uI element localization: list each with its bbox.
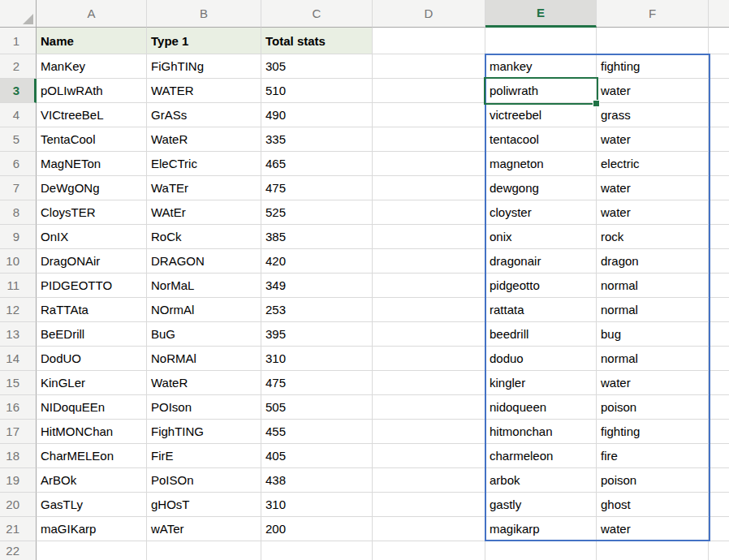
cell-F17[interactable]: fighting [597, 420, 709, 444]
row-header-7[interactable]: 7 [0, 176, 37, 200]
cell-D11[interactable] [373, 274, 485, 298]
cell-C19[interactable]: 438 [261, 468, 373, 493]
cell-B15[interactable]: WateR [147, 371, 261, 395]
cell-C21[interactable]: 200 [261, 517, 373, 541]
cell-C6[interactable]: 465 [261, 152, 373, 176]
cell-B22[interactable] [147, 541, 261, 560]
cell-B9[interactable]: RoCk [147, 225, 261, 249]
cell-C2[interactable]: 305 [261, 54, 373, 79]
cell-B1[interactable]: Type 1 [147, 28, 261, 54]
row-header-3[interactable]: 3 [0, 79, 37, 103]
cell-C5[interactable]: 335 [261, 127, 373, 152]
cell-F1[interactable] [597, 28, 709, 54]
cell-A17[interactable]: HitMONChan [37, 420, 147, 444]
cell-E12[interactable]: rattata [485, 298, 597, 322]
cell-F19[interactable]: poison [597, 468, 709, 493]
row-header-11[interactable]: 11 [0, 274, 37, 298]
cell-B6[interactable]: EleCTric [147, 152, 261, 176]
cell-D4[interactable] [373, 103, 485, 127]
cell-D2[interactable] [373, 54, 485, 79]
column-header-E[interactable]: E [485, 0, 597, 28]
cell-partial-6[interactable] [709, 152, 729, 176]
cell-B5[interactable]: WateR [147, 127, 261, 152]
cell-B18[interactable]: FirE [147, 444, 261, 468]
cell-A12[interactable]: RaTTAta [37, 298, 147, 322]
cell-partial-4[interactable] [709, 103, 729, 127]
cell-E20[interactable]: gastly [485, 493, 597, 517]
cell-C3[interactable]: 510 [261, 79, 373, 103]
cell-B20[interactable]: gHOsT [147, 493, 261, 517]
cell-partial-21[interactable] [709, 517, 729, 541]
cell-partial-15[interactable] [709, 371, 729, 395]
cell-F3[interactable]: water [597, 79, 709, 103]
cell-F13[interactable]: bug [597, 322, 709, 347]
cell-E11[interactable]: pidgeotto [485, 274, 597, 298]
cell-C4[interactable]: 490 [261, 103, 373, 127]
cell-F20[interactable]: ghost [597, 493, 709, 517]
column-header-A[interactable]: A [37, 0, 147, 28]
cell-partial-18[interactable] [709, 444, 729, 468]
cell-B7[interactable]: WaTEr [147, 176, 261, 200]
cell-partial-10[interactable] [709, 249, 729, 274]
cell-C8[interactable]: 525 [261, 200, 373, 225]
cell-A5[interactable]: TentaCool [37, 127, 147, 152]
cell-C18[interactable]: 405 [261, 444, 373, 468]
cell-A14[interactable]: DodUO [37, 347, 147, 371]
cell-F5[interactable]: water [597, 127, 709, 152]
cell-D16[interactable] [373, 395, 485, 420]
cell-B10[interactable]: DRAGON [147, 249, 261, 274]
cell-D10[interactable] [373, 249, 485, 274]
cell-A10[interactable]: DragONAir [37, 249, 147, 274]
row-header-8[interactable]: 8 [0, 200, 37, 225]
cell-D20[interactable] [373, 493, 485, 517]
row-header-14[interactable]: 14 [0, 347, 37, 371]
cell-partial-22[interactable] [709, 541, 729, 560]
row-header-9[interactable]: 9 [0, 225, 37, 249]
cell-A6[interactable]: MagNETon [37, 152, 147, 176]
cell-A1[interactable]: Name [37, 28, 147, 54]
cell-D12[interactable] [373, 298, 485, 322]
cell-F7[interactable]: water [597, 176, 709, 200]
cell-C17[interactable]: 455 [261, 420, 373, 444]
row-header-6[interactable]: 6 [0, 152, 37, 176]
cell-B8[interactable]: WAtEr [147, 200, 261, 225]
cell-E21[interactable]: magikarp [485, 517, 597, 541]
cell-partial-16[interactable] [709, 395, 729, 420]
cell-E10[interactable]: dragonair [485, 249, 597, 274]
cell-E2[interactable]: mankey [485, 54, 597, 79]
column-header-C[interactable]: C [261, 0, 373, 28]
cell-F21[interactable]: water [597, 517, 709, 541]
cell-F14[interactable]: normal [597, 347, 709, 371]
cell-partial-5[interactable] [709, 127, 729, 152]
cell-C16[interactable]: 505 [261, 395, 373, 420]
cell-D17[interactable] [373, 420, 485, 444]
row-header-22[interactable]: 22 [0, 541, 37, 560]
cell-partial-11[interactable] [709, 274, 729, 298]
cell-F11[interactable]: normal [597, 274, 709, 298]
cell-E16[interactable]: nidoqueen [485, 395, 597, 420]
cell-partial-12[interactable] [709, 298, 729, 322]
cell-A4[interactable]: VICtreeBeL [37, 103, 147, 127]
fill-handle[interactable] [593, 100, 600, 107]
row-header-20[interactable]: 20 [0, 493, 37, 517]
cell-B11[interactable]: NorMaL [147, 274, 261, 298]
cell-C12[interactable]: 253 [261, 298, 373, 322]
cell-C7[interactable]: 475 [261, 176, 373, 200]
cell-C20[interactable]: 310 [261, 493, 373, 517]
cell-A2[interactable]: ManKey [37, 54, 147, 79]
cell-F18[interactable]: fire [597, 444, 709, 468]
cell-A9[interactable]: OnIX [37, 225, 147, 249]
cell-D9[interactable] [373, 225, 485, 249]
cell-E19[interactable]: arbok [485, 468, 597, 493]
cell-B12[interactable]: NOrmAl [147, 298, 261, 322]
cell-E13[interactable]: beedrill [485, 322, 597, 347]
cell-A11[interactable]: PIDGEOTTO [37, 274, 147, 298]
cell-E15[interactable]: kingler [485, 371, 597, 395]
cell-C22[interactable] [261, 541, 373, 560]
select-all-corner[interactable] [0, 0, 37, 28]
cell-D13[interactable] [373, 322, 485, 347]
cell-partial-3[interactable] [709, 79, 729, 103]
cell-F8[interactable]: water [597, 200, 709, 225]
cell-B16[interactable]: POIson [147, 395, 261, 420]
column-header-F[interactable]: F [597, 0, 709, 28]
